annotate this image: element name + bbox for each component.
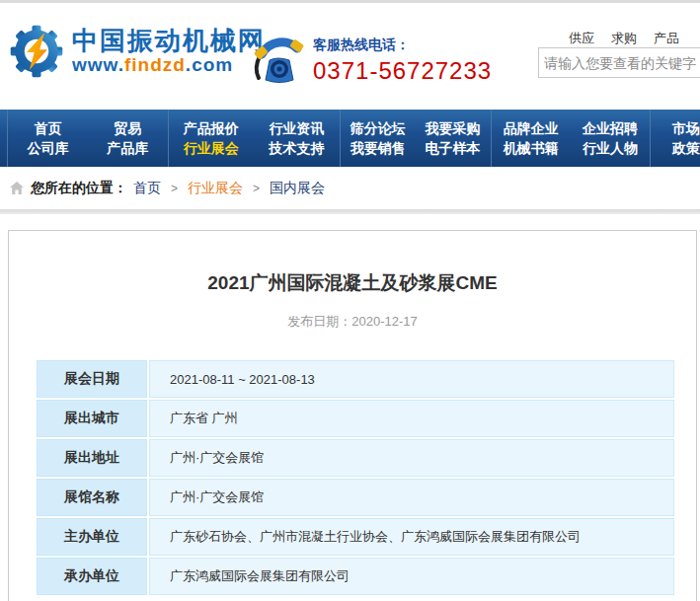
search-input[interactable]: [538, 47, 700, 78]
nav-item-industry-people[interactable]: 行业人物: [583, 141, 638, 155]
hotline-text: 客服热线电话： 0371-56727233: [313, 31, 492, 85]
breadcrumb-industry-expo[interactable]: 行业展会: [188, 180, 243, 197]
nav-item-i-want-sell[interactable]: 我要销售: [350, 141, 406, 155]
nav-item-market[interactable]: 市场: [672, 121, 700, 135]
table-row: 承办单位 广东鸿威国际会展集团有限公司: [37, 558, 674, 595]
table-row: 展出城市 广东省 广州: [37, 400, 674, 437]
quick-links: 供应 求购 产品: [569, 30, 696, 47]
link-supply[interactable]: 供应: [569, 30, 594, 47]
url-www: www.: [72, 54, 124, 75]
site-name: 中国振动机械网: [72, 27, 266, 55]
nav-item-jobs[interactable]: 企业招聘: [583, 121, 638, 135]
nav-col: 企业招聘 行业人物: [571, 110, 650, 167]
nav-col: 筛分论坛 我要销售: [341, 110, 416, 167]
nav-col: 产品报价 行业展会: [169, 110, 255, 167]
breadcrumb: 您所在的位置： 首页 > 行业展会 > 国内展会: [0, 167, 700, 209]
breadcrumb-separator: >: [253, 182, 260, 195]
hotline-label: 客服热线电话：: [313, 37, 492, 54]
breadcrumb-home[interactable]: 首页: [133, 180, 161, 197]
nav-col: 品牌企业 机械书籍: [492, 110, 571, 167]
nav-item-screening-forum[interactable]: 筛分论坛: [350, 121, 406, 135]
nav-item-home[interactable]: 首页: [34, 121, 61, 135]
nav-item-machinery-books[interactable]: 机械书籍: [504, 141, 559, 155]
row-label-undertaker: 承办单位: [37, 558, 147, 595]
nav-item-i-want-buy[interactable]: 我要采购: [426, 121, 481, 135]
row-label-expo-date: 展会日期: [37, 360, 147, 398]
nav-col: 我要采购 电子样本: [416, 110, 491, 167]
nav-group-3: 筛分论坛 我要销售 我要采购 电子样本: [340, 110, 491, 167]
url-domain: findzd: [124, 54, 186, 75]
expo-info-table: 展会日期 2021-08-11 ~ 2021-08-13 展出城市 广东省 广州…: [37, 360, 674, 595]
nav-group-4: 品牌企业 机械书籍 企业招聘 行业人物: [491, 110, 651, 167]
table-row: 主办单位 广东砂石协会、广州市混凝土行业协会、广东鸿威国际会展集团有限公司: [37, 518, 674, 556]
row-label-city: 展出城市: [37, 400, 147, 437]
row-label-organizer: 主办单位: [37, 518, 147, 556]
nav-col: 贸易 产品库: [88, 110, 168, 167]
url-tld: .com: [186, 54, 233, 75]
hotline-number: 0371-56727233: [313, 57, 492, 85]
nav-item-industry-expo-active[interactable]: 行业展会: [184, 141, 239, 155]
table-row: 展馆名称 广州·广交会展馆: [37, 479, 674, 516]
breadcrumb-label: 您所在的位置：: [31, 180, 127, 197]
row-value-organizer: 广东砂石协会、广州市混凝土行业协会、广东鸿威国际会展集团有限公司: [149, 518, 674, 556]
nav-group-1: 首页 公司库 贸易 产品库: [7, 110, 168, 167]
table-row: 展出地址 广州·广交会展馆: [37, 439, 674, 477]
telephone-icon: [250, 35, 305, 86]
site-url: www.findzd.com: [72, 54, 266, 76]
publish-date: 发布日期：2020-12-17: [9, 313, 696, 331]
nav-item-trade[interactable]: 贸易: [114, 121, 141, 135]
logo-text: 中国振动机械网 www.findzd.com: [72, 27, 266, 77]
main-nav: 首页 公司库 贸易 产品库 产品报价 行业展会 行业资讯 技术支持 筛分论坛 我…: [0, 110, 700, 167]
hotline-block: 客服热线电话： 0371-56727233: [250, 31, 492, 86]
site-logo[interactable]: 中国振动机械网 www.findzd.com: [8, 23, 266, 80]
home-icon: [10, 182, 24, 194]
link-products[interactable]: 产品: [654, 30, 679, 47]
nav-item-brand-companies[interactable]: 品牌企业: [504, 121, 559, 135]
nav-item-e-samples[interactable]: 电子样本: [426, 141, 481, 155]
nav-item-company-db[interactable]: 公司库: [27, 141, 68, 155]
nav-item-product-db[interactable]: 产品库: [107, 141, 148, 155]
table-row: 展会日期 2021-08-11 ~ 2021-08-13: [37, 360, 674, 398]
nav-item-industry-news[interactable]: 行业资讯: [270, 121, 325, 135]
row-value-expo-date: 2021-08-11 ~ 2021-08-13: [149, 360, 674, 398]
link-demand[interactable]: 求购: [611, 30, 637, 47]
row-value-venue: 广州·广交会展馆: [149, 479, 674, 516]
article-container: 2021广州国际混凝土及砂浆展CME 发布日期：2020-12-17 展会日期 …: [8, 230, 697, 601]
divider-band: [0, 209, 700, 214]
nav-item-tech-support[interactable]: 技术支持: [270, 141, 325, 155]
site-header: 中国振动机械网 www.findzd.com 客服热线电话： 0371-5672…: [0, 3, 700, 110]
gear-lightning-icon: [8, 23, 65, 80]
row-value-address: 广州·广交会展馆: [149, 439, 674, 477]
breadcrumb-separator: >: [171, 182, 178, 195]
nav-group-2: 产品报价 行业展会 行业资讯 技术支持: [168, 110, 340, 167]
page-title: 2021广州国际混凝土及砂浆展CME: [9, 270, 696, 296]
nav-col: 行业资讯 技术支持: [254, 110, 340, 167]
nav-group-5: 市场 政策: [650, 110, 700, 167]
row-label-address: 展出地址: [37, 439, 147, 477]
nav-col: 市场 政策: [672, 110, 700, 167]
nav-col: 首页 公司库: [8, 110, 88, 167]
row-value-city: 广东省 广州: [149, 400, 674, 437]
nav-item-product-quotes[interactable]: 产品报价: [184, 121, 239, 135]
row-label-venue: 展馆名称: [37, 479, 147, 516]
nav-item-policy[interactable]: 政策: [672, 141, 700, 155]
breadcrumb-domestic-expo[interactable]: 国内展会: [270, 180, 325, 197]
row-value-undertaker: 广东鸿威国际会展集团有限公司: [149, 558, 674, 595]
